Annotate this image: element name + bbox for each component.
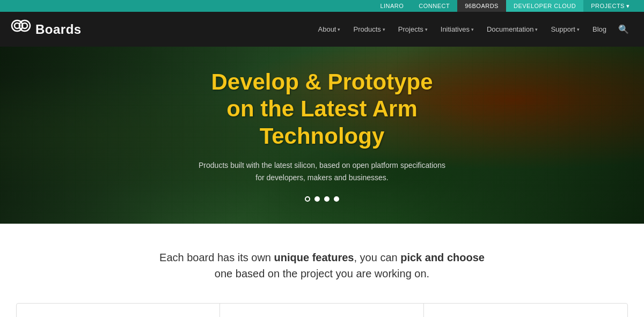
nav-about[interactable]: About ▾ [313,12,346,47]
hero-content: Develop & Prototypeon the Latest ArmTech… [188,58,456,212]
nav-initiatives[interactable]: Initiatives ▾ [435,12,479,47]
hero-carousel-dots [199,196,445,202]
carousel-dot-4[interactable] [334,196,339,202]
hero-title: Develop & Prototypeon the Latest ArmTech… [199,69,445,150]
topbar-link-96boards[interactable]: 96BOARDS [457,0,506,12]
top-bar: LINARO CONNECT 96BOARDS DEVELOPER CLOUD … [0,0,644,12]
tagline-text: Each board has its own unique features, … [11,249,633,282]
nav-projects[interactable]: Projects ▾ [393,12,433,47]
topbar-link-developer-cloud[interactable]: DEVELOPER CLOUD [506,0,583,12]
carousel-dot-3[interactable] [324,196,330,202]
svg-point-2 [19,20,30,31]
logo-link[interactable]: Boards [11,19,82,40]
about-chevron-icon: ▾ [338,27,340,32]
nav-links: About ▾ Products ▾ Projects ▾ Initiative… [313,12,634,47]
nav-support[interactable]: Support ▾ [545,12,585,47]
documentation-chevron-icon: ▾ [535,27,538,32]
product-card-tb96ai[interactable]: TB-96AI From 119.00 [220,304,423,317]
hero-section: Develop & Prototypeon the Latest ArmTech… [0,47,644,224]
nav-blog[interactable]: Blog [587,12,612,47]
product-card-som[interactable]: 96Boards SoM Carrier Board From 125.00 [424,304,627,317]
support-chevron-icon: ▾ [577,27,580,32]
carousel-dot-2[interactable] [314,196,320,202]
products-chevron-icon: ▾ [383,27,385,32]
topbar-link-projects[interactable]: PROJECTS ▾ [583,0,638,12]
search-icon[interactable]: 🔍 [614,12,633,47]
products-grid: TB-96AIoT From TBC TB-96AI From 119.00 9… [16,303,628,317]
initiatives-chevron-icon: ▾ [471,27,474,32]
nav-products[interactable]: Products ▾ [348,12,390,47]
product-card-tb96aiot[interactable]: TB-96AIoT From TBC [17,304,220,317]
tagline-section: Each board has its own unique features, … [0,224,644,292]
logo-icon [11,19,31,40]
main-nav: Boards About ▾ Products ▾ Projects ▾ Ini… [0,12,644,47]
logo-text: Boards [35,22,82,37]
topbar-link-connect[interactable]: CONNECT [411,0,457,12]
topbar-link-linaro[interactable]: LINARO [372,0,411,12]
hero-subtitle: Products built with the latest silicon, … [199,159,445,183]
products-section: TB-96AIoT From TBC TB-96AI From 119.00 9… [0,292,644,317]
nav-documentation[interactable]: Documentation ▾ [481,12,543,47]
projects-chevron-icon: ▾ [425,27,428,32]
carousel-dot-1[interactable] [305,196,310,202]
